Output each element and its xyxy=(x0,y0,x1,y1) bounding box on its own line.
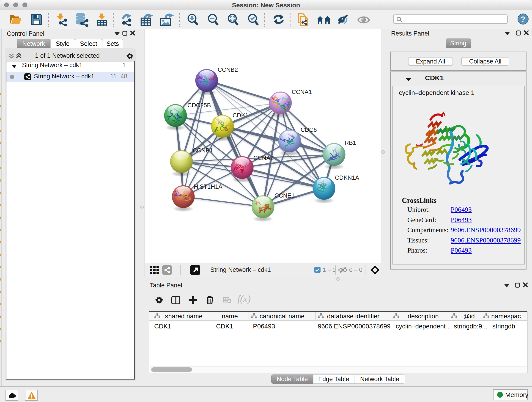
svg-text:CCNE1: CCNE1 xyxy=(274,192,295,199)
svg-text:CDC25B: CDC25B xyxy=(187,102,211,109)
svg-text:CCNB2: CCNB2 xyxy=(218,66,238,73)
svg-text:CCNA2: CCNA2 xyxy=(253,154,273,161)
svg-text:?: ? xyxy=(521,15,526,23)
svg-text:CDK1: CDK1 xyxy=(233,112,248,119)
svg-text:CCNA1: CCNA1 xyxy=(292,89,312,95)
svg-text:CDKN1A: CDKN1A xyxy=(335,174,359,181)
svg-text:CDC6: CDC6 xyxy=(301,126,317,133)
svg-text:RB1: RB1 xyxy=(345,139,356,146)
svg-text:CCNB1: CCNB1 xyxy=(193,147,213,154)
svg-text:HIST1H1A: HIST1H1A xyxy=(194,183,222,190)
